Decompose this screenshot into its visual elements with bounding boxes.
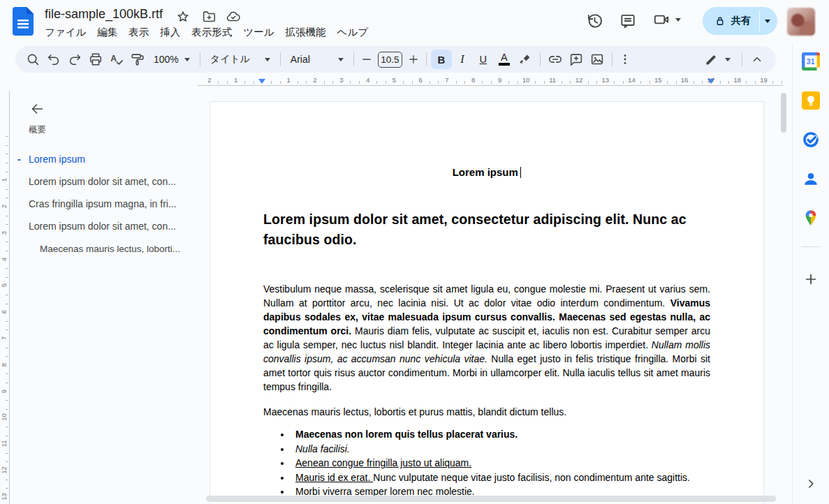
outline-item-label: Lorem ipsum [29,154,85,165]
ruler-number: 18 [733,76,741,84]
ruler-number: 10 [0,413,8,422]
italic-button[interactable]: I [452,50,473,69]
text-cursor [520,167,522,178]
outline-item[interactable]: -Lorem ipsum [10,148,200,170]
ruler-tick [667,81,668,84]
google-contacts-icon[interactable] [801,169,821,188]
ruler-number: 9 [0,387,8,396]
ruler-tick [430,81,430,84]
horizontal-scrollbar[interactable] [206,496,776,502]
highlight-color-icon[interactable] [515,50,536,69]
hide-side-panel-button[interactable] [801,474,821,494]
meet-call-control[interactable] [652,10,681,29]
chevron-down-icon [338,58,344,61]
ruler-tick [6,136,8,137]
outline-item[interactable]: Lorem ipsum dolor sit amet, con... [10,170,200,193]
ruler-tick [6,145,8,146]
google-maps-icon[interactable] [801,208,821,228]
ruler-tick [332,81,333,84]
close-outline-button[interactable] [27,99,47,119]
ruler-tick [755,81,756,84]
outline-item[interactable]: Cras fringilla ipsum magna, in fri... [10,193,200,215]
google-calendar-icon[interactable]: 31 [801,52,821,71]
star-icon[interactable] [175,8,191,25]
font-size-input[interactable]: 10.5 [378,52,402,68]
text-color-button[interactable]: A [494,50,515,69]
more-options-icon[interactable] [617,50,633,69]
ruler-number: 3 [0,228,8,237]
outline-item-label: Cras fringilla ipsum magna, in fri... [29,198,177,209]
ruler-tick [6,172,8,172]
spellcheck-icon[interactable]: A [106,50,127,69]
search-icon[interactable] [22,50,43,69]
ruler-tick [6,163,8,163]
ruler-tick [271,81,272,84]
ruler-number: 17 [707,76,715,84]
insert-link-icon[interactable] [545,50,566,69]
menu-item-4[interactable]: 表示形式 [186,24,237,41]
share-dropdown[interactable] [760,7,777,35]
version-history-icon[interactable] [584,10,605,31]
document-page[interactable]: Lorem ipsum Lorem ipsum dolor sit amet, … [210,101,764,504]
share-main[interactable]: 共有 [703,7,759,35]
vertical-scrollbar[interactable] [781,93,786,133]
cloud-saved-icon[interactable] [225,8,242,25]
ruler-tick [6,198,8,198]
increase-font-size-button[interactable] [405,50,422,69]
menu-item-1[interactable]: 編集 [91,24,123,41]
insert-image-icon[interactable] [587,50,608,69]
move-folder-icon[interactable] [200,8,217,25]
underline-button[interactable]: U [473,50,494,69]
ruler-horizontal[interactable]: 2112345678910111213141516171819 [210,74,765,85]
google-keep-icon[interactable] [801,91,821,110]
ruler-tick [254,81,254,84]
paint-format-icon[interactable] [127,50,148,69]
collapse-toolbar-icon[interactable] [747,50,768,69]
ruler-number: 8 [0,360,8,369]
ruler-tick [544,81,545,84]
menu-item-5[interactable]: ツール [237,24,279,41]
menu-item-3[interactable]: 挿入 [154,24,186,41]
share-button[interactable]: 共有 [703,7,777,35]
add-comment-icon[interactable] [566,50,587,69]
doc-bullet-item: Mauris id ex erat. Nunc vulputate neque … [291,470,710,485]
menu-item-6[interactable]: 拡張機能 [280,24,332,41]
outline-item-label: Lorem ipsum dolor sit amet, con... [29,221,176,232]
menu-item-2[interactable]: 表示 [123,24,154,41]
undo-icon[interactable] [43,50,64,69]
doc-paragraph-2: Maecenas mauris lectus, lobortis et puru… [263,405,710,419]
first-line-indent-marker[interactable] [258,79,265,84]
google-docs-logo-icon[interactable] [13,7,34,36]
get-addons-button[interactable] [801,269,821,289]
ruler-number: 14 [628,76,636,84]
ruler-number: 5 [0,281,8,290]
ruler-number: 12 [0,466,8,475]
doc-subtitle: Lorem ipsum [263,166,710,179]
paragraph-style-select[interactable]: タイトル [205,50,276,69]
ruler-tick [464,81,465,84]
zoom-select[interactable]: 100% [148,50,196,69]
ruler-number: 11 [549,76,556,84]
document-title[interactable]: file-sample_100kB.rtf [45,7,163,22]
ruler-tick [588,81,589,84]
toolbar: A 100% タイトル Arial 10.5 B I U A [15,46,776,73]
ruler-tick [6,461,8,462]
ruler-tick [702,81,703,84]
menu-item-0[interactable]: ファイル [39,24,91,41]
avatar[interactable] [787,8,815,36]
print-icon[interactable] [85,50,106,69]
outline-item[interactable]: Maecenas mauris lectus, loborti... [10,237,200,260]
comments-icon[interactable] [617,10,638,31]
font-select[interactable]: Arial [285,50,349,69]
editing-mode-select[interactable] [697,50,738,69]
ruler-vertical[interactable]: 12345678910111213 [0,101,9,504]
ruler-tick [6,453,8,454]
bold-button[interactable]: B [431,50,452,69]
menu-item-7[interactable]: ヘルプ [332,24,374,41]
redo-icon[interactable] [64,50,85,69]
outline-item[interactable]: Lorem ipsum dolor sit amet, con... [10,215,200,237]
google-tasks-icon[interactable] [801,130,821,149]
decrease-font-size-button[interactable] [358,50,375,69]
active-heading-dash: - [17,154,21,165]
videocam-icon [652,10,670,29]
